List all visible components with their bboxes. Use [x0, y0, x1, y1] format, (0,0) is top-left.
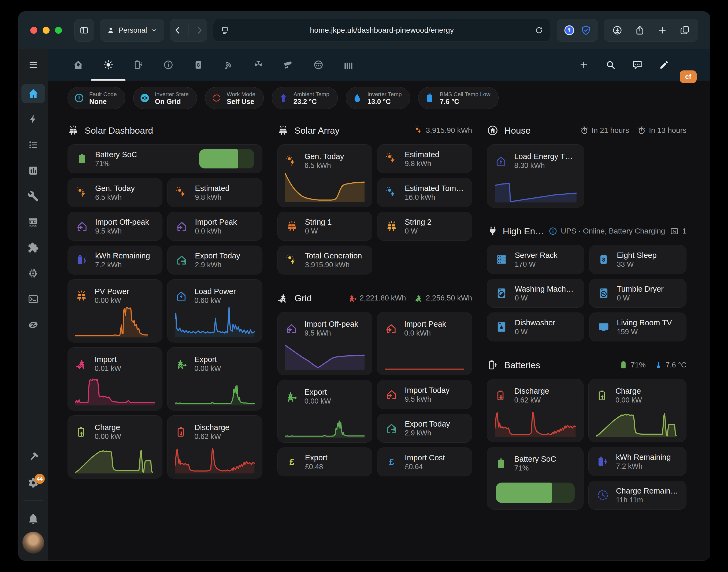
- card-washing-machine[interactable]: Washing Mach…0 W: [487, 279, 584, 308]
- cf-badge[interactable]: cf: [680, 70, 696, 83]
- tab-home[interactable]: [63, 49, 93, 81]
- card-export[interactable]: Export0.00 kW: [167, 347, 262, 411]
- sidebar-toggle-button[interactable]: [74, 19, 94, 42]
- card-grid-import-peak[interactable]: Import Peak0.0 kWh: [377, 312, 472, 375]
- card-estimated[interactable]: Estimated9.8 kWh: [377, 144, 472, 173]
- user-avatar[interactable]: [22, 531, 44, 554]
- chip-work-mode[interactable]: Work ModeSelf Use: [205, 87, 264, 109]
- card-living-room-tv[interactable]: Living Room TV159 W: [589, 312, 686, 342]
- section-header-solar-array: Solar Array 3,915.90 kWh: [278, 124, 472, 137]
- card-import-cost[interactable]: Import Cost£0.64: [377, 447, 472, 477]
- sidebar-item-devtools[interactable]: [18, 444, 48, 470]
- tab-fence[interactable]: [333, 49, 363, 81]
- card-grid-export-today[interactable]: Export Today2.9 kWh: [377, 414, 472, 443]
- tab-overview-button[interactable]: [680, 25, 690, 35]
- tab-camera[interactable]: [274, 49, 303, 81]
- forward-button[interactable]: [195, 25, 204, 35]
- chip-ambient-temp[interactable]: Ambient Temp23.2 °C: [272, 87, 338, 109]
- card-export-earnings[interactable]: Export£0.48: [278, 447, 372, 477]
- card-grid-import-offpeak[interactable]: Import Off-peak9.5 kWh: [278, 312, 372, 375]
- share-button[interactable]: [635, 25, 645, 35]
- card-server-rack[interactable]: Server Rack170 W: [487, 245, 584, 274]
- back-button[interactable]: [173, 25, 183, 35]
- tab-battery[interactable]: [123, 49, 153, 81]
- card-export-today[interactable]: Export Today2.9 kWh: [167, 245, 262, 275]
- tab-solar[interactable]: [93, 49, 123, 81]
- card-battery-soc[interactable]: Battery SoC71%: [68, 144, 262, 173]
- sidebar-item-terminal[interactable]: [18, 286, 48, 312]
- card-string-1[interactable]: String 10 W: [278, 212, 372, 241]
- zoom-button[interactable]: [55, 27, 62, 34]
- card-total-generation[interactable]: Total Generation3,915.90 kWh: [278, 245, 372, 275]
- sidebar-item-hardware[interactable]: [18, 261, 48, 286]
- card-grid-import-today[interactable]: Import Today9.5 kWh: [377, 380, 472, 409]
- new-tab-button[interactable]: [657, 25, 667, 35]
- card-load-energy-today[interactable]: Load Energy T…8.30 kWh: [487, 144, 584, 208]
- reload-button[interactable]: [535, 26, 544, 35]
- chip-bms-cell-temp[interactable]: BMS Cell Temp Low7.6 °C: [418, 87, 499, 109]
- section-header-solar-dashboard: Solar Dashboard: [68, 124, 262, 137]
- profile-button[interactable]: Personal: [100, 19, 164, 42]
- arrow-up-icon: [278, 93, 289, 103]
- tab-vacuum[interactable]: [303, 49, 333, 81]
- add-icon[interactable]: [579, 60, 589, 70]
- chip-fault-code[interactable]: Fault CodeNone: [68, 87, 125, 109]
- tab-info[interactable]: [153, 49, 183, 81]
- card-value: 2.9 kWh: [405, 429, 450, 438]
- card-batteries-charge[interactable]: Charge0.00 kW: [588, 379, 686, 442]
- downloads-button[interactable]: [612, 25, 622, 35]
- valve-icon: [253, 60, 264, 70]
- card-charge-remaining[interactable]: Charge Remain…11h 11m: [588, 481, 686, 510]
- card-title: Gen. Today: [304, 152, 344, 161]
- card-discharge[interactable]: Discharge0.62 kW: [167, 415, 262, 479]
- card-batteries-kwh-remaining[interactable]: kWh Remaining7.2 kWh: [588, 447, 686, 476]
- card-grid-export[interactable]: Export0.00 kW: [278, 380, 372, 443]
- sidebar-item-overview[interactable]: [18, 81, 48, 106]
- sidebar-item-history[interactable]: [18, 158, 48, 184]
- sidebar-item-todo[interactable]: [18, 132, 48, 158]
- edit-pencil-icon[interactable]: [659, 60, 669, 70]
- card-gen-today-chart[interactable]: Gen. Today6.5 kWh: [278, 144, 372, 207]
- card-value: 0.00 kW: [304, 397, 331, 406]
- sidebar-item-tools[interactable]: [18, 184, 48, 209]
- card-import-offpeak[interactable]: Import Off-peak9.5 kWh: [68, 212, 163, 241]
- tab-valve[interactable]: [243, 49, 274, 81]
- address-bar[interactable]: home.jkpe.uk/dashboard-pinewood/energy: [213, 19, 551, 42]
- tab-eight-sleep[interactable]: [183, 49, 214, 81]
- sidebar-item-notifications[interactable]: [18, 506, 48, 531]
- tab-network[interactable]: [214, 49, 243, 81]
- washing-machine-icon: [495, 287, 508, 299]
- sidebar-item-zigbee[interactable]: [18, 312, 48, 338]
- card-kwh-remaining[interactable]: kWh Remaining7.2 kWh: [68, 245, 163, 275]
- privacy-shield-icon[interactable]: [581, 25, 591, 35]
- card-charge[interactable]: Charge0.00 kW: [68, 415, 163, 479]
- card-tumble-dryer[interactable]: Tumble Dryer0 W: [589, 279, 686, 308]
- card-batteries-discharge[interactable]: Discharge0.62 kW: [487, 379, 584, 442]
- assist-chat-icon[interactable]: [632, 60, 643, 70]
- card-estimated[interactable]: Estimated9.8 kWh: [167, 178, 262, 207]
- card-load-power[interactable]: Load Power0.60 kW: [167, 279, 262, 343]
- chip-inverter-temp[interactable]: Inverter Temp13.0 °C: [346, 87, 410, 109]
- card-value: £0.64: [405, 462, 445, 471]
- card-import-peak[interactable]: Import Peak0.0 kWh: [167, 212, 262, 241]
- sidebar-item-hacs[interactable]: [18, 209, 48, 235]
- chip-inverter-state[interactable]: Inverter StateOn Grid: [133, 87, 197, 109]
- card-gen-today[interactable]: Gen. Today6.5 kWh: [68, 178, 163, 207]
- card-string-2[interactable]: String 20 W: [377, 212, 472, 241]
- card-eight-sleep[interactable]: Eight Sleep33 W: [589, 245, 686, 274]
- sidebar-item-integrations[interactable]: [18, 235, 48, 261]
- onepassword-icon[interactable]: [563, 24, 575, 36]
- card-pv-power[interactable]: PV Power0.00 kW: [68, 279, 163, 343]
- sidebar-item-settings[interactable]: 44: [18, 470, 48, 496]
- sidebar-item-energy[interactable]: [18, 106, 48, 132]
- card-estimated-tomorrow[interactable]: Estimated Tom…16.0 kWh: [377, 178, 472, 207]
- battery-down-icon: [495, 389, 507, 402]
- close-button[interactable]: [30, 27, 37, 34]
- card-batteries-soc[interactable]: Battery SoC71%: [487, 447, 584, 510]
- search-icon[interactable]: [606, 60, 616, 70]
- card-import[interactable]: Import0.01 kW: [68, 347, 163, 411]
- menu-button[interactable]: [18, 49, 48, 81]
- minimize-button[interactable]: [43, 27, 50, 34]
- card-dishwasher[interactable]: Dishwasher0 W: [487, 312, 584, 342]
- soc-progress-fill: [199, 149, 238, 168]
